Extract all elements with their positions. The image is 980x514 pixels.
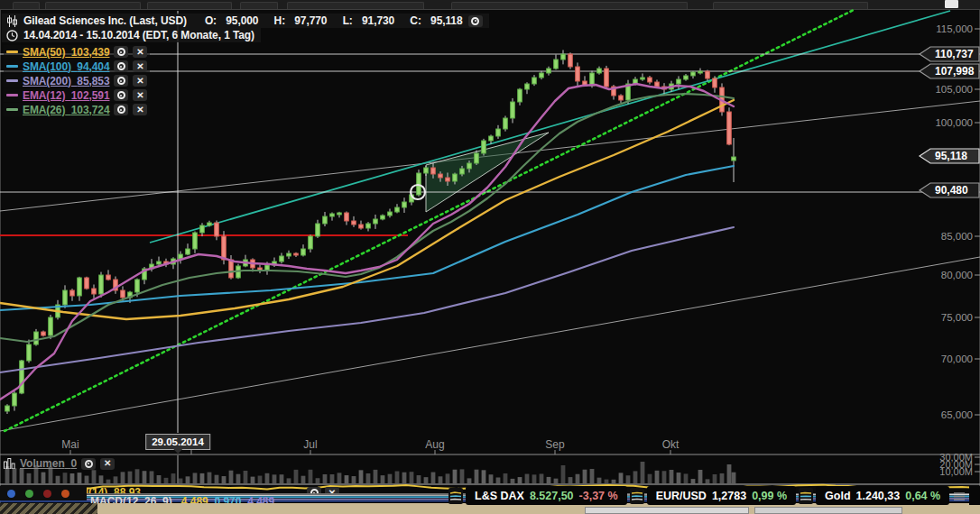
remove-indicator-button[interactable]: ✕ <box>133 89 147 101</box>
close-icon: ✕ <box>328 489 336 494</box>
close-icon: ✕ <box>136 77 143 86</box>
indicator-link[interactable]: SMA(200) 85,853 <box>23 75 109 87</box>
trading-app-window: 115,000105,000100,00085,00080,00075,0007… <box>0 0 980 514</box>
svg-text:115,000: 115,000 <box>936 23 973 34</box>
sparkline-icon <box>630 488 644 504</box>
eye-icon <box>117 48 125 56</box>
volume-label[interactable]: Volumen 0 <box>20 457 77 470</box>
date-range-row: 14.04.2014 - 15.10.2014 (EDT, 6 Monate, … <box>2 28 261 42</box>
chart-header: Gilead Sciences Inc. (Last, USD) O: 95,0… <box>2 14 489 28</box>
svg-text:Okt: Okt <box>662 438 680 451</box>
indicator-legend: SMA(50) 103,439 ✕ SMA(100) 94,404 ✕ SMA(… <box>4 45 150 117</box>
indicator-link[interactable]: SMA(50) 103,439 <box>23 46 109 59</box>
eye-icon <box>117 62 125 70</box>
indicator-link[interactable]: SMA(100) 94,404 <box>23 60 109 73</box>
svg-text:Aug: Aug <box>425 438 444 451</box>
candlestick-chart-icon <box>6 15 18 27</box>
visibility-toggle-button[interactable] <box>307 487 321 493</box>
svg-text:100,000: 100,000 <box>935 117 973 128</box>
ticker-item-gold[interactable]: Gold 1.240,33 0,64 % <box>816 486 949 505</box>
clock-icon <box>6 30 18 41</box>
svg-text:75,000: 75,000 <box>941 312 973 323</box>
bar-chart-icon <box>4 458 15 469</box>
series-color-dash <box>6 94 18 96</box>
indicator-link[interactable]: EMA(12) 102,591 <box>23 89 109 102</box>
visibility-toggle-button[interactable] <box>114 46 128 58</box>
svg-text:85,000: 85,000 <box>941 231 973 242</box>
close-icon: ✕ <box>136 48 143 57</box>
legend-row-sma100: SMA(100) 94,404 ✕ <box>4 60 150 73</box>
legend-row-sma200: SMA(200) 85,853 ✕ <box>4 74 150 87</box>
market-ticker-bar: L&S DAX 8.527,50 -3,37 % EUR/USD 1,2783 … <box>448 486 980 505</box>
close-icon: ✕ <box>136 106 143 115</box>
close-icon: ✕ <box>136 62 143 71</box>
eye-icon <box>117 77 125 85</box>
svg-text:70,000: 70,000 <box>941 353 973 364</box>
remove-indicator-button[interactable]: ✕ <box>133 104 147 115</box>
dock-dot-blue[interactable] <box>7 490 15 498</box>
eye-icon <box>471 17 479 25</box>
legend-row-ema12: EMA(12) 102,591 ✕ <box>4 88 150 102</box>
svg-text:107,998: 107,998 <box>935 65 975 78</box>
hatched-corner <box>0 503 97 514</box>
background-window-fragment <box>754 507 902 514</box>
svg-text:110,737: 110,737 <box>935 48 974 60</box>
eye-icon <box>85 460 93 468</box>
instrument-title: Gilead Sciences Inc. (Last, USD) <box>23 14 187 27</box>
ohlc-values: O: 95,000 H: 97,770 L: 91,730 C: 95,118 <box>192 14 463 27</box>
visibility-toggle-button[interactable] <box>81 458 96 470</box>
svg-text:Mai: Mai <box>61 438 79 451</box>
remove-indicator-button[interactable]: ✕ <box>100 458 115 470</box>
series-color-dash <box>6 79 18 82</box>
close-icon: ✕ <box>136 91 143 100</box>
sparkline-icon <box>952 488 966 504</box>
dock-dot-green[interactable] <box>25 490 33 498</box>
eye-icon <box>117 91 125 99</box>
dock-dot-red[interactable] <box>43 490 51 498</box>
ticker-item-eurusd[interactable]: EUR/USD 1,2783 0,99 % <box>647 486 796 505</box>
sparkline-icon <box>448 488 463 504</box>
dock-dot-orange[interactable] <box>61 490 69 498</box>
legend-row-ema26: EMA(26) 103,724 ✕ <box>4 103 150 116</box>
macd-label[interactable]: MACD(12, 26, 9) 4,489 0,970 4,489 <box>90 495 274 503</box>
background-window-fragment <box>585 507 749 514</box>
visibility-toggle-button[interactable] <box>114 75 128 87</box>
remove-indicator-button[interactable]: ✕ <box>325 487 339 493</box>
visibility-toggle-button[interactable] <box>114 89 128 101</box>
panel-dock-dots <box>0 486 87 500</box>
svg-text:Sep: Sep <box>545 438 565 451</box>
remove-indicator-button[interactable]: ✕ <box>133 75 147 87</box>
svg-text:10,00M: 10,00M <box>939 466 973 477</box>
series-color-dash <box>6 108 18 111</box>
visibility-toggle-button[interactable] <box>114 104 128 115</box>
remove-indicator-button[interactable]: ✕ <box>133 60 147 72</box>
indicator-link[interactable]: EMA(26) 103,724 <box>23 104 109 116</box>
remove-indicator-button[interactable]: ✕ <box>133 46 147 58</box>
date-range-label: 14.04.2014 - 15.10.2014 (EDT, 6 Monate, … <box>23 29 254 41</box>
volume-panel-header: Volumen 0 ✕ <box>4 457 115 470</box>
visibility-toggle-button[interactable] <box>468 15 483 27</box>
svg-text:65,000: 65,000 <box>941 409 973 420</box>
sparkline-icon <box>799 488 813 504</box>
svg-text:90,480: 90,480 <box>935 184 968 197</box>
series-color-dash <box>6 50 18 53</box>
svg-text:80,000: 80,000 <box>941 270 973 280</box>
svg-text:105,000: 105,000 <box>935 84 973 95</box>
series-color-dash <box>6 65 18 68</box>
footer-links: Newsletter | Guidants PR <box>969 486 980 505</box>
visibility-toggle-button[interactable] <box>114 60 128 72</box>
legend-row-sma50: SMA(50) 103,439 ✕ <box>4 45 150 59</box>
date-cursor-tag: 29.05.2014 <box>145 434 210 450</box>
ticker-item-dax[interactable]: L&S DAX 8.527,50 -3,37 % <box>466 486 627 505</box>
svg-text:95,118: 95,118 <box>935 150 967 162</box>
svg-text:Jul: Jul <box>303 438 317 451</box>
eye-icon <box>310 489 319 493</box>
eye-icon <box>117 106 125 114</box>
close-icon: ✕ <box>104 459 111 468</box>
